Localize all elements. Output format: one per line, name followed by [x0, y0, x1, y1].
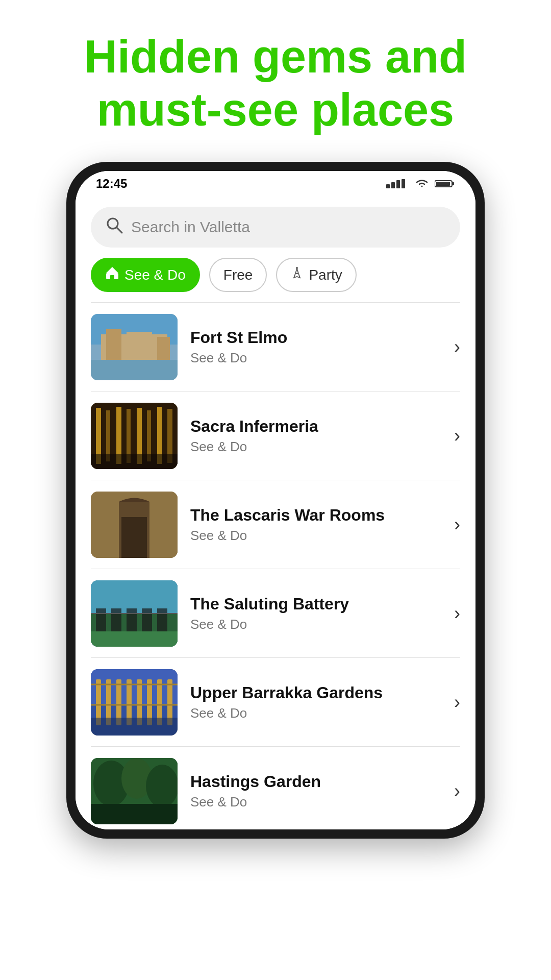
place-thumbnail-saluting: [91, 580, 178, 647]
chevron-right-icon: ›: [454, 692, 460, 713]
chip-see-do[interactable]: See & Do: [91, 258, 200, 292]
svg-rect-46: [91, 631, 178, 647]
svg-line-8: [116, 227, 122, 233]
filter-chips: See & Do Free Party: [76, 255, 475, 302]
phone-frame: 12:45: [66, 162, 485, 839]
svg-rect-43: [142, 608, 152, 631]
svg-rect-11: [110, 275, 114, 279]
chip-party[interactable]: Party: [276, 258, 356, 292]
search-bar-container: Search in Valletta: [76, 197, 475, 255]
svg-rect-48: [91, 669, 178, 705]
place-thumbnail-barrakka: [91, 669, 178, 736]
svg-rect-3: [402, 179, 405, 188]
svg-rect-5: [452, 182, 454, 185]
place-category: See & Do: [190, 439, 441, 455]
hero-title: Hidden gems and must-see places: [0, 0, 551, 162]
place-name: Fort St Elmo: [190, 328, 441, 347]
place-info: Upper Barrakka Gardens See & Do: [190, 683, 441, 721]
svg-point-12: [296, 267, 298, 269]
chip-see-do-label: See & Do: [124, 267, 186, 283]
svg-rect-0: [386, 184, 390, 188]
chip-party-label: Party: [309, 267, 342, 283]
fort-image: [91, 314, 178, 380]
place-name: The Lascaris War Rooms: [190, 506, 441, 525]
place-category: See & Do: [190, 794, 441, 810]
search-icon: [105, 216, 123, 238]
place-thumbnail-lascaris: [91, 492, 178, 558]
list-item[interactable]: Hastings Garden See & Do ›: [76, 747, 475, 829]
svg-rect-1: [391, 182, 395, 188]
place-thumbnail-sacra: [91, 403, 178, 469]
see-do-icon: [105, 266, 119, 284]
place-info: Sacra Infermeria See & Do: [190, 417, 441, 455]
svg-rect-2: [396, 180, 400, 188]
svg-rect-6: [436, 182, 450, 186]
list-item[interactable]: Upper Barrakka Gardens See & Do ›: [76, 658, 475, 747]
place-name: Hastings Garden: [190, 772, 441, 791]
chevron-right-icon: ›: [454, 425, 460, 447]
status-time: 12:45: [96, 177, 127, 191]
chevron-right-icon: ›: [454, 514, 460, 535]
place-info: The Saluting Battery See & Do: [190, 595, 441, 632]
chevron-right-icon: ›: [454, 780, 460, 802]
status-bar: 12:45: [76, 171, 475, 197]
search-input[interactable]: Search in Valletta: [131, 218, 250, 236]
chevron-right-icon: ›: [454, 336, 460, 358]
place-list: Fort St Elmo See & Do ›: [76, 303, 475, 829]
saluting-image: [91, 580, 178, 647]
svg-rect-65: [91, 804, 178, 824]
battery-icon: [435, 179, 455, 188]
list-item[interactable]: Fort St Elmo See & Do ›: [76, 303, 475, 391]
svg-rect-17: [106, 329, 121, 365]
place-thumbnail-hastings: [91, 758, 178, 824]
svg-rect-31: [91, 454, 178, 469]
wifi-icon: [414, 179, 430, 188]
place-category: See & Do: [190, 705, 441, 721]
app-content: Search in Valletta See & Do F: [76, 197, 475, 829]
svg-point-64: [146, 765, 178, 807]
svg-marker-10: [106, 267, 118, 273]
signal-icon: [386, 179, 409, 188]
place-info: The Lascaris War Rooms See & Do: [190, 506, 441, 544]
place-category: See & Do: [190, 350, 441, 366]
chip-free-label: Free: [223, 267, 253, 283]
svg-rect-57: [91, 718, 178, 736]
svg-rect-36: [91, 492, 178, 558]
place-info: Hastings Garden See & Do: [190, 772, 441, 810]
list-item[interactable]: The Lascaris War Rooms See & Do ›: [76, 480, 475, 569]
svg-rect-40: [96, 608, 106, 631]
place-name: Sacra Infermeria: [190, 417, 441, 436]
place-name: Upper Barrakka Gardens: [190, 683, 441, 702]
list-item[interactable]: Sacra Infermeria See & Do ›: [76, 391, 475, 480]
search-bar[interactable]: Search in Valletta: [91, 207, 460, 248]
status-icons: [386, 179, 455, 188]
chevron-right-icon: ›: [454, 603, 460, 624]
chip-free[interactable]: Free: [209, 258, 267, 292]
place-category: See & Do: [190, 528, 441, 544]
svg-rect-20: [91, 360, 178, 380]
party-icon: [290, 266, 304, 283]
list-item[interactable]: The Saluting Battery See & Do ›: [76, 569, 475, 658]
phone-screen: 12:45: [76, 171, 475, 829]
svg-rect-41: [111, 608, 121, 631]
place-info: Fort St Elmo See & Do: [190, 328, 441, 366]
place-thumbnail-fort: [91, 314, 178, 380]
place-category: See & Do: [190, 617, 441, 632]
barrakka-image: [91, 669, 178, 736]
sacra-image: [91, 403, 178, 469]
svg-rect-44: [157, 608, 167, 631]
hastings-image: [91, 758, 178, 824]
lascaris-image: [91, 492, 178, 558]
place-name: The Saluting Battery: [190, 595, 441, 614]
svg-rect-42: [127, 608, 137, 631]
